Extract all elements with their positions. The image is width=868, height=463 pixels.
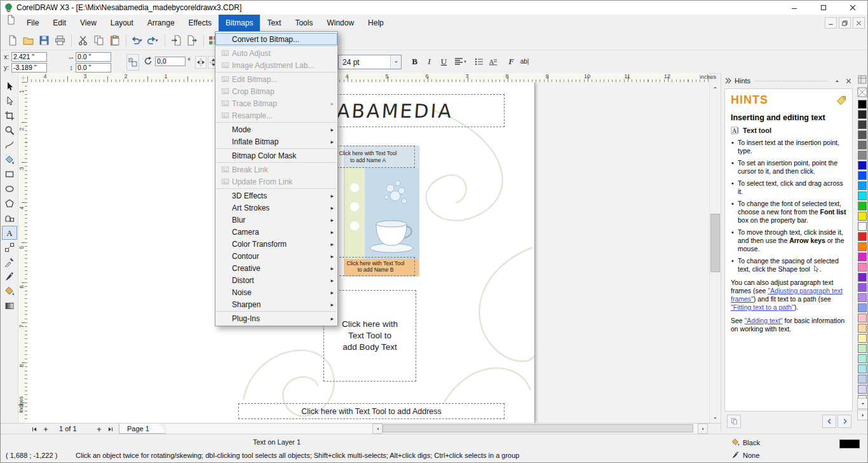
menu-item-art-strokes[interactable]: Art Strokes▸ (215, 202, 337, 214)
object-width-field[interactable] (76, 52, 111, 62)
doc-close-button[interactable] (853, 17, 865, 29)
hints-back-button[interactable] (822, 415, 836, 428)
menu-item-convert-to-bitmap[interactable]: Convert to Bitmap... (215, 33, 337, 45)
menu-item-color-transform[interactable]: Color Transform▸ (215, 238, 337, 250)
nonproportional-scaling-button[interactable] (126, 54, 139, 71)
save-button[interactable] (36, 33, 51, 48)
page-tab[interactable]: Page 1 (119, 424, 166, 434)
color-swatch-ffffff[interactable] (858, 222, 867, 231)
color-swatch-d8d8f6[interactable] (858, 385, 867, 394)
dropdown-arrow-icon[interactable]: ▾ (156, 38, 161, 43)
minimize-button[interactable] (780, 1, 809, 15)
pick-tool[interactable] (2, 79, 17, 93)
crop-tool[interactable] (2, 109, 17, 123)
interactive-blend-tool[interactable] (2, 240, 17, 254)
menu-item-noise[interactable]: Noise▸ (215, 286, 337, 298)
color-swatch-dd22cc[interactable] (858, 252, 867, 261)
color-swatch-18c018[interactable] (858, 202, 867, 211)
color-swatch-aae6ee[interactable] (858, 364, 867, 373)
name-b-text-frame[interactable]: Click here with Text Tool to add Name B (336, 257, 415, 276)
palette-scroll-down-button[interactable] (857, 398, 868, 409)
color-swatch-ffd8a8[interactable] (858, 324, 867, 333)
horizontal-scrollbar[interactable] (383, 424, 698, 434)
alignment-button[interactable]: ▾ (453, 55, 467, 68)
color-swatch-3c3c3c[interactable] (858, 120, 867, 129)
doc-restore-button[interactable] (839, 17, 851, 29)
vertical-scroll-thumb[interactable] (710, 214, 720, 272)
menu-arrange[interactable]: Arrange (140, 15, 182, 31)
no-color-swatch[interactable] (857, 87, 867, 97)
drop-cap-button[interactable]: A (486, 55, 500, 68)
outline-tool[interactable] (2, 270, 17, 284)
italic-button[interactable]: I (423, 55, 436, 68)
menu-item-resample[interactable]: Resample... (215, 109, 337, 121)
menu-item-plug-ins[interactable]: Plug-Ins▸ (215, 312, 337, 324)
menu-item-blur[interactable]: Blur▸ (215, 214, 337, 226)
chevron-down-icon[interactable] (390, 55, 401, 69)
basic-shapes-tool[interactable] (2, 211, 17, 225)
close-button[interactable] (838, 1, 867, 15)
color-swatch-ffc0cc[interactable] (858, 314, 867, 322)
docker-close-button[interactable] (844, 76, 853, 85)
add-page-before-button[interactable] (40, 424, 51, 434)
color-swatch-bcd2f2[interactable] (858, 375, 867, 384)
menu-item-3d-effects[interactable]: 3D Effects▸ (215, 190, 337, 202)
menu-item-creative[interactable]: Creative▸ (215, 262, 337, 274)
color-swatch-c4eec4[interactable] (858, 344, 867, 353)
color-swatch-0d0dc8[interactable] (858, 161, 867, 170)
docker-grip-icon[interactable] (724, 78, 732, 84)
menu-item-mode[interactable]: Mode▸ (215, 123, 337, 135)
color-swatch-aeeedd[interactable] (858, 354, 867, 363)
polygon-tool[interactable] (2, 197, 17, 211)
color-swatch-fff4aa[interactable] (858, 334, 867, 343)
first-page-button[interactable] (29, 424, 39, 434)
menu-effects[interactable]: Effects (182, 15, 219, 31)
cut-button[interactable] (75, 33, 90, 48)
menu-layout[interactable]: Layout (104, 15, 140, 31)
color-swatch-e02222[interactable] (858, 232, 867, 241)
bold-button[interactable]: B (408, 55, 421, 68)
tag-icon[interactable] (836, 95, 846, 106)
menu-item-inflate-bitmap[interactable]: Inflate Bitmap▸ (215, 135, 337, 148)
fill-tool[interactable] (2, 284, 17, 298)
menu-item-edit-bitmap[interactable]: Edit Bitmap... (215, 73, 337, 85)
ruler-origin[interactable] (18, 73, 28, 83)
menu-item-image-adjustment-lab[interactable]: Image Adjustment Lab... (215, 59, 337, 71)
color-swatch-ff8000[interactable] (858, 242, 867, 251)
copy-button[interactable] (91, 33, 106, 48)
hints-forward-button[interactable] (837, 415, 851, 428)
horizontal-scroll-thumb[interactable] (383, 424, 693, 432)
new-button[interactable] (4, 33, 20, 48)
color-swatch-00a0ff[interactable] (858, 181, 867, 190)
docker-collapse-button[interactable] (832, 76, 841, 85)
scroll-down-button[interactable] (710, 413, 720, 423)
color-swatch-555555[interactable] (858, 130, 867, 139)
menu-tools[interactable]: Tools (288, 15, 320, 31)
hint-link[interactable]: "Adding text" (745, 317, 783, 324)
menu-item-distort[interactable]: Distort▸ (215, 274, 337, 286)
menu-bitmaps[interactable]: Bitmaps (219, 15, 260, 31)
scroll-up-button[interactable] (710, 82, 720, 92)
color-swatch-7722cc[interactable] (858, 273, 867, 282)
text-tool[interactable]: A (2, 226, 17, 240)
menu-item-break-link[interactable]: Break Link (215, 163, 337, 176)
color-swatch-232323[interactable] (858, 110, 867, 119)
color-swatch-9955e0[interactable] (858, 283, 867, 292)
color-swatch-f0e80a[interactable] (858, 212, 867, 221)
dropdown-arrow-icon[interactable]: ▾ (140, 38, 145, 43)
hint-print-button[interactable] (727, 415, 741, 428)
menu-item-camera[interactable]: Camera▸ (215, 226, 337, 238)
y-position-field[interactable] (11, 63, 47, 73)
menu-view[interactable]: View (73, 15, 104, 31)
color-swatch-0050ff[interactable] (858, 171, 867, 180)
horizontal-ruler[interactable]: inches 4321456789101112 (27, 73, 709, 83)
x-position-field[interactable] (11, 52, 47, 62)
canvas[interactable]: NESABAMEDIA (27, 82, 709, 423)
color-swatch-000000[interactable] (858, 100, 867, 109)
zoom-tool[interactable] (2, 123, 17, 137)
hint-link[interactable]: "Adjusting paragraph text frames" (731, 287, 843, 303)
menu-item-contour[interactable]: Contour▸ (215, 250, 337, 262)
menu-help[interactable]: Help (361, 15, 391, 31)
bulleted-list-button[interactable] (472, 55, 486, 68)
menu-edit[interactable]: Edit (46, 15, 73, 31)
